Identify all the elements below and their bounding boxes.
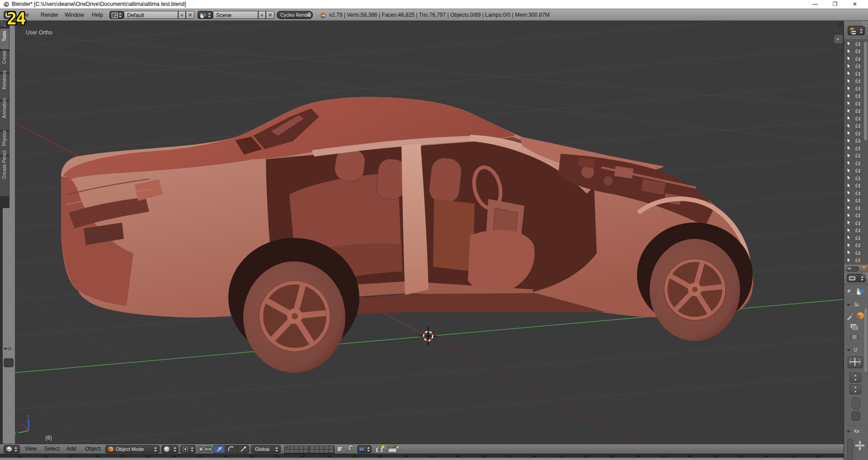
outliner-row[interactable] xyxy=(844,242,868,249)
selectable-toggle-icon[interactable] xyxy=(846,145,852,151)
render-toggle-icon[interactable] xyxy=(855,78,862,84)
selectable-toggle-icon[interactable] xyxy=(846,100,852,106)
outliner-row[interactable] xyxy=(844,189,868,197)
selectable-toggle-icon[interactable] xyxy=(846,212,852,218)
translate-manipulator-button[interactable] xyxy=(213,446,225,453)
orientation-dropdown[interactable]: Global xyxy=(251,445,281,453)
selectable-toggle-icon[interactable] xyxy=(846,175,852,181)
render-toggle-icon[interactable] xyxy=(855,63,862,69)
outliner-display-dropdown[interactable] xyxy=(848,26,865,35)
manipulator-widget-button[interactable] xyxy=(848,356,863,368)
panel-header-scene[interactable]: ∷Sc xyxy=(847,302,859,307)
outliner-row[interactable] xyxy=(844,212,868,219)
outliner-row[interactable] xyxy=(844,152,868,160)
render-toggle-icon[interactable] xyxy=(855,48,862,54)
add-keying-set-button[interactable] xyxy=(855,440,865,451)
pivot-align-toggle[interactable] xyxy=(198,446,204,453)
render-toggle-icon[interactable] xyxy=(855,71,862,76)
cube-context-icon[interactable] xyxy=(856,311,865,320)
outliner-row[interactable] xyxy=(844,167,868,175)
collapsed-panel-header[interactable]: ::S xyxy=(4,346,11,351)
opengl-render-animation-button[interactable] xyxy=(387,445,399,453)
selectable-toggle-icon[interactable] xyxy=(846,242,852,248)
render-toggle-icon[interactable] xyxy=(855,145,862,151)
selectable-toggle-icon[interactable] xyxy=(846,123,852,129)
render-toggle-icon[interactable] xyxy=(855,197,862,203)
selectable-toggle-icon[interactable] xyxy=(846,48,852,54)
selectable-toggle-icon[interactable] xyxy=(846,204,852,211)
render-toggle-icon[interactable] xyxy=(855,212,862,218)
menu-render[interactable]: Render xyxy=(41,12,58,18)
outliner-corner-widget[interactable] xyxy=(863,21,868,27)
render-toggle-icon[interactable] xyxy=(855,123,862,128)
stepper-button-1[interactable]: ▲▼ xyxy=(849,373,861,383)
layers-group-2[interactable] xyxy=(310,446,335,454)
render-toggle-icon[interactable] xyxy=(855,160,862,166)
close-button[interactable]: ✕ xyxy=(845,0,865,9)
menu-window[interactable]: Window xyxy=(65,12,84,18)
selectable-toggle-icon[interactable] xyxy=(846,40,852,47)
outliner-row[interactable] xyxy=(844,197,868,204)
render-toggle-icon[interactable] xyxy=(855,56,862,62)
viewport-shading-dropdown[interactable] xyxy=(161,445,179,453)
scene-strip-icon[interactable] xyxy=(849,333,859,341)
selectable-toggle-icon[interactable] xyxy=(846,257,852,263)
scene-delete-button[interactable]: ✕ xyxy=(266,11,274,19)
tab-animation[interactable]: Animation xyxy=(0,101,9,130)
tab-create[interactable]: Create xyxy=(0,51,9,72)
selectable-toggle-icon[interactable] xyxy=(846,93,852,99)
viewport-3d[interactable]: User Ortho (8) z y x + xyxy=(15,21,844,444)
selectable-toggle-icon[interactable] xyxy=(846,160,852,166)
selectable-toggle-icon[interactable] xyxy=(846,115,852,121)
manipulator-toggle[interactable] xyxy=(205,446,212,453)
scale-manipulator-button[interactable] xyxy=(237,446,249,453)
selectable-toggle-icon[interactable] xyxy=(846,85,852,91)
layout-name-field[interactable]: Default xyxy=(124,11,178,19)
selectable-toggle-icon[interactable] xyxy=(846,108,852,114)
snap-magnet-toggle[interactable] xyxy=(348,445,357,453)
menu-object[interactable]: Object xyxy=(85,446,101,452)
selectable-toggle-icon[interactable] xyxy=(846,197,852,204)
eyedropper-icon[interactable] xyxy=(846,311,854,320)
layout-icon-dropdown[interactable] xyxy=(109,11,124,19)
lock-to-scene-toggle[interactable] xyxy=(336,445,346,453)
outliner-row[interactable] xyxy=(844,159,868,167)
expand-properties-region-button[interactable]: + xyxy=(835,35,842,43)
render-toggle-icon[interactable] xyxy=(855,93,862,99)
tab-tools[interactable]: Tools xyxy=(0,28,9,49)
selectable-toggle-icon[interactable] xyxy=(846,249,852,256)
tab-relations[interactable]: Relations xyxy=(0,74,9,100)
render-toggle-icon[interactable] xyxy=(855,205,862,211)
outliner-row[interactable] xyxy=(844,249,868,256)
outliner-row[interactable] xyxy=(844,144,868,152)
small-toggle-button[interactable] xyxy=(851,412,860,421)
selectable-toggle-icon[interactable] xyxy=(846,55,852,62)
render-toggle-icon[interactable] xyxy=(855,152,862,158)
outliner-row[interactable] xyxy=(844,256,868,264)
render-toggle-icon[interactable] xyxy=(855,130,862,136)
window-titlebar[interactable]: Blender* [C:\Users\deanw\OneDrive\Docume… xyxy=(0,0,868,9)
render-toggle-icon[interactable] xyxy=(855,250,862,256)
render-toggle-icon[interactable] xyxy=(855,115,862,121)
panel-header-units[interactable]: ∷U xyxy=(847,347,857,352)
render-toggle-icon[interactable] xyxy=(855,175,862,181)
outliner-row[interactable] xyxy=(844,174,868,182)
filter-funnel-icon[interactable] xyxy=(861,266,867,270)
render-toggle-icon[interactable] xyxy=(855,220,862,226)
render-toggle-icon[interactable] xyxy=(855,108,862,114)
outliner-row[interactable] xyxy=(844,182,868,190)
selectable-toggle-icon[interactable] xyxy=(846,219,852,226)
render-toggle-icon[interactable] xyxy=(855,41,862,47)
selectable-toggle-icon[interactable] xyxy=(846,190,852,196)
shelf-button[interactable] xyxy=(4,358,14,367)
layers-group-1[interactable] xyxy=(284,446,309,454)
tab-grease-pencil[interactable]: Grease Pencil xyxy=(0,156,9,196)
pin-icon[interactable] xyxy=(846,288,854,296)
selectable-toggle-icon[interactable] xyxy=(846,138,852,144)
restore-button[interactable]: ❐ xyxy=(825,0,845,9)
render-toggle-icon[interactable] xyxy=(855,85,862,91)
render-toggle-icon[interactable] xyxy=(855,242,862,248)
scene-add-button[interactable]: + xyxy=(258,11,266,19)
outliner-scrollbar[interactable] xyxy=(864,42,867,140)
outliner-row[interactable] xyxy=(844,234,868,242)
